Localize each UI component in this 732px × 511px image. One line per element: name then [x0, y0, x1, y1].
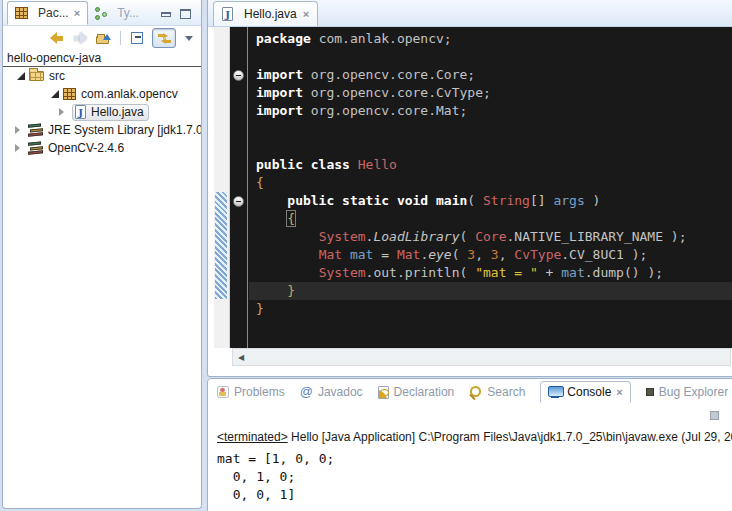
tree-item-hello-java[interactable]: JHello.java	[3, 103, 201, 121]
tab-problems[interactable]: Problems	[217, 385, 285, 399]
console-output[interactable]: mat = [1, 0, 0; 0, 1, 0; 0, 0, 1]	[217, 450, 334, 504]
code-line	[256, 120, 732, 138]
tree-item-label: src	[49, 69, 65, 83]
forward-icon[interactable]	[73, 33, 87, 43]
console-panel: Problems@JavadocDeclarationSearchConsole…	[207, 378, 732, 511]
code-token: CvType	[514, 247, 561, 262]
editor-tab-hello-java[interactable]: J Hello.java ×	[213, 1, 318, 26]
code-line: System.LoadLibrary( Core.NATIVE_LIBRARY_…	[256, 228, 732, 246]
code-token: Mat	[397, 247, 420, 262]
up-icon[interactable]	[96, 32, 111, 44]
code-token: Core	[475, 229, 506, 244]
code-token	[342, 247, 350, 262]
tab-label: Declaration	[394, 385, 455, 399]
collapse-arrow-icon[interactable]	[51, 90, 59, 98]
code-line: public static void main( String[] args )	[256, 192, 732, 210]
launch-description: Hello [Java Application] C:\Program File…	[288, 430, 732, 444]
tab-label: Search	[487, 385, 525, 399]
code-token: ,	[475, 247, 491, 262]
code-token: org.opencv.core.Core;	[311, 67, 475, 82]
code-token: package	[256, 31, 319, 46]
close-icon[interactable]: ×	[303, 8, 309, 20]
code-token: Mat	[319, 247, 342, 262]
tab-package-explorer[interactable]: Pac... ×	[7, 1, 88, 25]
minimize-icon[interactable]	[161, 12, 171, 17]
tree-item-jre-system-library-jdk1-7-0[interactable]: JRE System Library [jdk1.7.0	[3, 121, 201, 139]
package-explorer-icon	[15, 7, 28, 19]
tab-javadoc[interactable]: @Javadoc	[300, 385, 363, 399]
tree-item-com-anlak-opencv[interactable]: com.anlak.opencv	[3, 85, 201, 103]
bug-icon	[646, 388, 654, 396]
tab-label: Bug Explorer	[659, 385, 728, 399]
maximize-icon[interactable]	[180, 9, 191, 19]
annotation-ruler[interactable]	[214, 27, 230, 348]
java-file-icon: J	[222, 7, 233, 21]
code-line: }	[256, 300, 732, 318]
code-token: Hello	[358, 157, 397, 172]
code-token: eye	[428, 247, 451, 262]
code-token: System	[319, 265, 366, 280]
code-line: {	[256, 174, 732, 192]
code-line: package com.anlak.opencv;	[256, 30, 732, 48]
editor-tabbar: J Hello.java ×	[208, 0, 732, 27]
tab-console[interactable]: Console×	[540, 381, 630, 403]
code-token: 3	[491, 247, 499, 262]
expand-arrow-icon[interactable]	[15, 126, 24, 134]
link-arrows-icon	[158, 33, 171, 44]
view-menu-icon[interactable]	[185, 36, 193, 45]
code-token: .dump() );	[585, 265, 663, 280]
code-token: .out.println(	[366, 265, 476, 280]
expand-arrow-icon[interactable]	[15, 144, 24, 152]
close-icon[interactable]: ×	[74, 7, 80, 19]
type-hierarchy-icon	[95, 7, 107, 20]
view-window-buttons	[161, 9, 201, 25]
declaration-icon	[378, 386, 389, 399]
code-line	[256, 138, 732, 156]
code-token: }	[256, 301, 264, 316]
code-token: 3	[467, 247, 475, 262]
expand-arrow-icon[interactable]	[59, 108, 68, 116]
fold-marker-imports[interactable]	[233, 70, 244, 81]
editor-panel: J Hello.java × package com.anlak.opencv;…	[207, 0, 732, 377]
tree-item-project[interactable]: hello-opencv-java	[3, 50, 201, 67]
code-token: String	[483, 193, 530, 208]
tree-item-label: Hello.java	[91, 105, 144, 119]
horizontal-scrollbar[interactable]: ◀	[232, 348, 731, 366]
code-token	[256, 265, 319, 280]
code-line: import org.opencv.core.Core;	[256, 66, 732, 84]
code-token: .CV_8UC1 );	[561, 247, 647, 262]
code-token: (	[452, 247, 468, 262]
back-icon[interactable]	[50, 33, 64, 43]
package-explorer-toolbar	[3, 26, 201, 50]
code-token: {	[287, 211, 295, 226]
code-line: }	[256, 282, 732, 300]
package-icon	[63, 88, 76, 100]
code-token: mat	[350, 247, 373, 262]
code-token	[256, 283, 287, 298]
code-area[interactable]: package com.anlak.opencv;import org.open…	[249, 27, 732, 348]
code-token: import	[256, 67, 311, 82]
tab-declaration[interactable]: Declaration	[378, 385, 455, 399]
folding-ruler[interactable]	[231, 27, 248, 348]
tree-item-opencv-2-4-6[interactable]: OpenCV-2.4.6	[3, 139, 201, 157]
console-toolbar-button[interactable]	[710, 411, 719, 420]
collapse-arrow-icon[interactable]	[17, 72, 25, 80]
search-icon	[469, 386, 482, 399]
close-icon[interactable]: ×	[616, 386, 622, 398]
scroll-left-icon[interactable]: ◀	[233, 353, 244, 362]
code-token: import	[256, 85, 311, 100]
code-token: (	[460, 229, 476, 244]
code-line: System.out.println( "mat = " + mat.dump(…	[256, 264, 732, 282]
code-token: public class	[256, 157, 358, 172]
link-with-editor-icon[interactable]	[152, 28, 176, 48]
collapse-all-icon[interactable]	[130, 32, 143, 44]
tree-item-src[interactable]: src	[3, 67, 201, 85]
tab-type-hierarchy[interactable]: Ty...	[88, 1, 146, 25]
console-status-line: <terminated> Hello [Java Application] C:…	[217, 430, 732, 444]
fold-marker-main[interactable]	[233, 196, 244, 207]
code-token: mat	[561, 265, 584, 280]
tree-item-label: com.anlak.opencv	[81, 87, 178, 101]
tab-search[interactable]: Search	[469, 385, 525, 399]
tab-bug-explorer[interactable]: Bug Explorer	[646, 385, 728, 399]
editor-body[interactable]: package com.anlak.opencv;import org.open…	[214, 27, 732, 348]
